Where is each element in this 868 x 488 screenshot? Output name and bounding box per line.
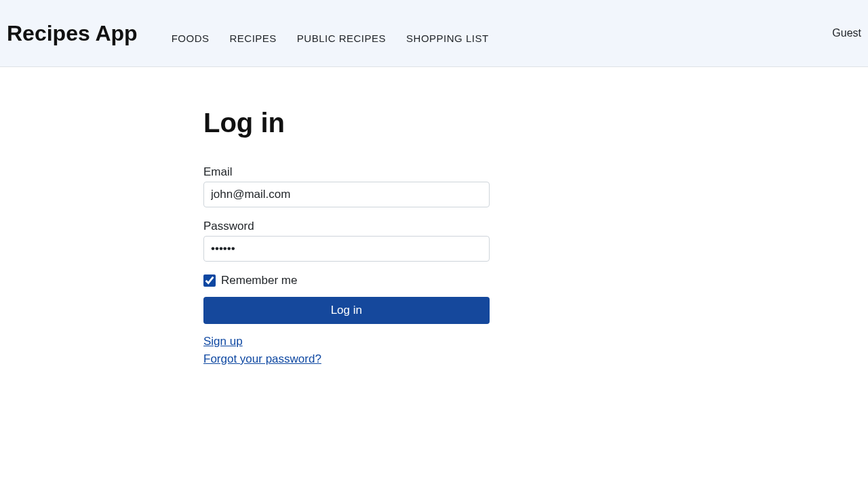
email-field[interactable]: [203, 182, 490, 207]
remember-checkbox[interactable]: [203, 274, 216, 287]
nav-shopping-list[interactable]: SHOPPING LIST: [406, 33, 489, 44]
nav-public-recipes[interactable]: PUBLIC RECIPES: [297, 33, 386, 44]
forgot-link-row: Forgot your password?: [203, 352, 665, 366]
password-label: Password: [203, 220, 665, 233]
login-button[interactable]: Log in: [203, 297, 490, 324]
signup-link-row: Sign up: [203, 335, 665, 348]
signup-link[interactable]: Sign up: [203, 335, 243, 348]
app-logo[interactable]: Recipes App: [7, 21, 138, 46]
email-label: Email: [203, 165, 665, 179]
password-group: Password: [203, 220, 665, 262]
email-group: Email: [203, 165, 665, 207]
user-status: Guest: [832, 27, 861, 39]
password-field[interactable]: [203, 236, 490, 262]
remember-row: Remember me: [203, 274, 665, 287]
nav-recipes[interactable]: RECIPES: [229, 33, 276, 44]
nav-foods[interactable]: FOODS: [172, 33, 210, 44]
main-nav: FOODS RECIPES PUBLIC RECIPES SHOPPING LI…: [172, 22, 833, 44]
forgot-password-link[interactable]: Forgot your password?: [203, 352, 321, 365]
header: Recipes App FOODS RECIPES PUBLIC RECIPES…: [0, 0, 868, 67]
page-title: Log in: [203, 108, 665, 138]
login-form-container: Log in Email Password Remember me Log in…: [190, 67, 678, 366]
remember-label: Remember me: [221, 274, 297, 287]
